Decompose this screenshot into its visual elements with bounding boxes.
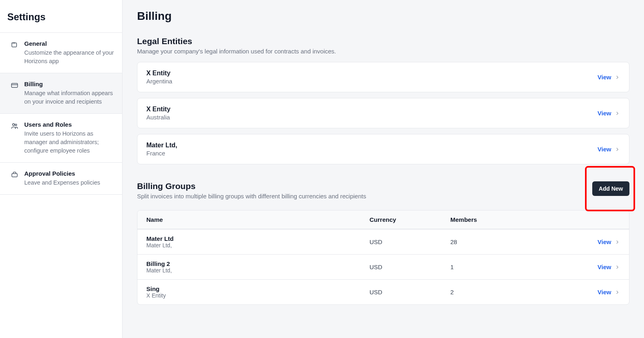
entity-country: France <box>146 150 177 157</box>
view-entity-link[interactable]: View <box>598 110 620 117</box>
entity-country: Argentina <box>146 78 172 85</box>
sidebar-item-label: Billing <box>24 81 115 87</box>
svg-point-1 <box>13 123 15 125</box>
entity-card: X Entity Australia View <box>137 98 629 128</box>
entity-country: Australia <box>146 114 171 121</box>
section-title: Billing Groups <box>137 181 366 191</box>
sidebar-item-desc: Leave and Expenses policies <box>24 179 115 187</box>
entity-card: Mater Ltd, France View <box>137 134 629 164</box>
row-name: Sing <box>146 285 370 292</box>
row-sub: Mater Ltd, <box>146 267 370 274</box>
row-name: Mater Ltd <box>146 235 370 242</box>
table-row: Sing X Entity USD 2 View <box>137 279 629 304</box>
chevron-right-icon <box>614 74 620 80</box>
row-currency: USD <box>370 238 450 245</box>
settings-sidebar: Settings General Customize the appearanc… <box>0 0 122 338</box>
row-name: Billing 2 <box>146 260 370 267</box>
view-entity-link[interactable]: View <box>598 146 620 153</box>
sidebar-item-approval[interactable]: Approval Policies Leave and Expenses pol… <box>0 163 122 195</box>
main-content: Billing Legal Entities Manage your compa… <box>122 0 644 338</box>
svg-rect-3 <box>12 174 17 177</box>
chevron-right-icon <box>614 111 620 116</box>
entity-name: X Entity <box>146 70 172 77</box>
sidebar-header: Settings <box>0 0 122 33</box>
view-entity-link[interactable]: View <box>598 74 620 81</box>
col-name: Name <box>146 216 370 223</box>
sidebar-item-label: General <box>24 40 115 47</box>
row-members: 2 <box>450 289 572 295</box>
credit-card-icon <box>11 81 19 89</box>
sidebar-item-desc: Manage what information appears on your … <box>24 89 115 106</box>
sidebar-item-desc: Invite users to Horizons as manager and … <box>24 130 115 155</box>
svg-point-2 <box>15 124 17 125</box>
sidebar-item-general[interactable]: General Customize the appearance of your… <box>0 33 122 73</box>
col-members: Members <box>450 216 572 223</box>
sidebar-title: Settings <box>7 11 115 23</box>
row-members: 1 <box>450 264 572 270</box>
svg-rect-0 <box>12 83 18 87</box>
chevron-right-icon <box>614 147 620 152</box>
page-title: Billing <box>137 10 629 23</box>
table-row: Billing 2 Mater Ltd, USD 1 View <box>137 254 629 279</box>
sidebar-item-label: Users and Roles <box>24 121 115 128</box>
entity-name: X Entity <box>146 106 171 113</box>
row-currency: USD <box>370 264 450 270</box>
entity-name: Mater Ltd, <box>146 142 177 149</box>
row-sub: X Entity <box>146 292 370 299</box>
col-currency: Currency <box>370 216 450 223</box>
row-currency: USD <box>370 289 450 295</box>
sidebar-item-billing[interactable]: Billing Manage what information appears … <box>0 73 122 114</box>
table-row: Mater Ltd Mater Ltd, USD 28 View <box>137 229 629 254</box>
row-members: 28 <box>450 238 572 245</box>
sidebar-item-desc: Customize the appearance of your Horizon… <box>24 49 115 66</box>
sidebar-item-label: Approval Policies <box>24 170 115 177</box>
entity-card: X Entity Argentina View <box>137 62 629 92</box>
billing-groups-table: Name Currency Members Mater Ltd Mater Lt… <box>137 210 629 305</box>
chevron-right-icon <box>614 264 620 270</box>
chevron-right-icon <box>614 239 620 245</box>
section-desc: Split invoices into multiple billing gro… <box>137 193 366 200</box>
sidebar-item-users[interactable]: Users and Roles Invite users to Horizons… <box>0 114 122 163</box>
add-new-button[interactable]: Add New <box>592 181 629 196</box>
section-title: Legal Entities <box>137 36 629 46</box>
row-sub: Mater Ltd, <box>146 242 370 249</box>
palette-icon <box>11 41 19 49</box>
chevron-right-icon <box>614 289 620 295</box>
table-header: Name Currency Members <box>137 210 629 229</box>
briefcase-icon <box>11 171 19 179</box>
legal-entities-section: Legal Entities Manage your company's leg… <box>137 36 629 164</box>
section-desc: Manage your company's legal information … <box>137 48 629 55</box>
view-group-link[interactable]: View <box>598 289 620 295</box>
billing-groups-section: Billing Groups Split invoices into multi… <box>137 181 629 305</box>
view-group-link[interactable]: View <box>598 264 620 270</box>
users-icon <box>11 122 19 130</box>
view-group-link[interactable]: View <box>598 238 620 245</box>
